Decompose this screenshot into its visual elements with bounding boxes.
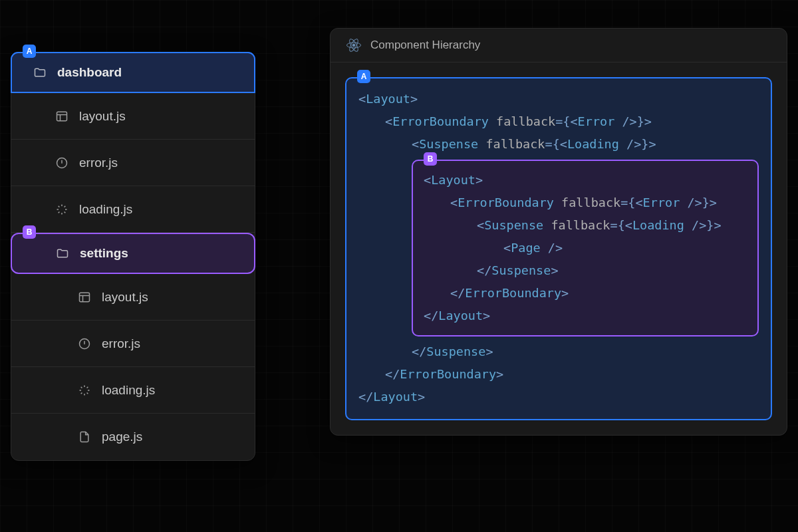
file-error-b[interactable]: error.js — [11, 321, 255, 367]
panel-body: A <Layout> <ErrorBoundary fallback={<Err… — [331, 63, 787, 435]
layout-icon — [78, 291, 91, 304]
code-line: </ErrorBoundary> — [424, 282, 747, 305]
badge-b: B — [424, 152, 437, 166]
file-tree-panel: A dashboard layout.js error.js loading.j… — [11, 52, 255, 461]
folder-label: settings — [80, 246, 128, 261]
code-line: <Layout> — [358, 88, 759, 110]
badge-a: A — [357, 70, 370, 83]
svg-rect-2 — [80, 293, 90, 301]
code-line: </Layout> — [424, 305, 747, 327]
loading-icon — [78, 384, 91, 397]
loading-icon — [55, 203, 68, 216]
layout-icon — [55, 110, 68, 123]
panel-header: Component Hierarchy — [331, 29, 787, 63]
code-line: </Suspense> — [358, 340, 759, 363]
file-loading-b[interactable]: loading.js — [11, 367, 255, 414]
badge-b: B — [23, 225, 36, 239]
code-line: </Suspense> — [424, 259, 747, 282]
file-label: error.js — [102, 336, 140, 351]
file-label: loading.js — [102, 383, 155, 398]
component-hierarchy-panel: Component Hierarchy A <Layout> <ErrorBou… — [330, 28, 787, 436]
code-line: </Layout> — [358, 386, 759, 408]
code-line: <ErrorBoundary fallback={<Error />}> — [358, 110, 759, 133]
svg-rect-0 — [57, 112, 67, 120]
folder-label: dashboard — [57, 65, 122, 80]
error-icon — [78, 337, 91, 350]
badge-a: A — [23, 45, 36, 58]
code-line: <Layout> — [424, 169, 747, 192]
file-label: page.js — [102, 430, 142, 444]
file-page-b[interactable]: page.js — [11, 414, 255, 460]
code-line: </ErrorBoundary> — [358, 363, 759, 386]
folder-dashboard[interactable]: A dashboard — [11, 52, 255, 93]
folder-icon — [33, 66, 47, 79]
code-line: <ErrorBoundary fallback={<Error />}> — [424, 192, 747, 214]
file-label: loading.js — [79, 202, 132, 217]
file-loading-a[interactable]: loading.js — [11, 186, 255, 233]
code-line: <Suspense fallback={<Loading />}> — [358, 133, 759, 156]
outer-code-box: A <Layout> <ErrorBoundary fallback={<Err… — [345, 77, 772, 420]
svg-point-4 — [352, 44, 355, 47]
file-layout-b[interactable]: layout.js — [11, 274, 255, 321]
file-label: error.js — [79, 156, 118, 170]
file-layout-a[interactable]: layout.js — [11, 93, 255, 140]
folder-icon — [56, 247, 69, 260]
code-line: <Page /> — [424, 237, 747, 259]
file-label: layout.js — [79, 109, 126, 124]
code-line: <Suspense fallback={<Loading />}> — [424, 214, 747, 237]
file-error-a[interactable]: error.js — [11, 140, 255, 186]
file-label: layout.js — [102, 290, 148, 305]
error-icon — [55, 156, 68, 170]
folder-settings[interactable]: B settings — [11, 233, 255, 274]
page-icon — [78, 430, 91, 444]
panel-title: Component Hierarchy — [370, 39, 480, 52]
inner-code-box: B <Layout> <ErrorBoundary fallback={<Err… — [412, 160, 759, 336]
react-icon — [346, 38, 361, 53]
